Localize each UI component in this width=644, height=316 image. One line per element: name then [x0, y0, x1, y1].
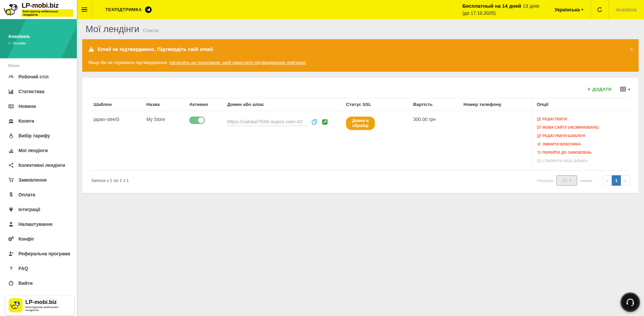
plus-icon: +: [587, 86, 591, 92]
sidebar-item-label: Замовлення: [18, 178, 47, 183]
edit-icon: [537, 134, 541, 138]
close-icon[interactable]: ×: [630, 46, 633, 52]
refresh-button[interactable]: [591, 0, 608, 19]
sidebar-item-statistics[interactable]: Статистика: [0, 84, 77, 99]
option-edit-template[interactable]: РЕДАГУВАТИ ШАБЛОН: [537, 134, 585, 138]
cell-active: [187, 111, 225, 171]
hand-pointer-icon: [8, 133, 14, 138]
cell-options: РЕДАГУВАТИ МОВА САЙТУ (НЕЗМІНЮВАНЕ) РЕДА…: [532, 111, 630, 171]
landings-stack-icon: [8, 148, 14, 153]
chevron-down-icon: ▾: [581, 8, 583, 11]
records-info: Записи з 1 по 1 з 1: [91, 178, 129, 183]
add-landing-button[interactable]: + ДОДАТИ: [587, 86, 611, 92]
cell-name: My Store: [144, 111, 187, 171]
cell-template: japan-steel3: [91, 111, 144, 171]
sidebar-item-news[interactable]: Новини: [0, 99, 77, 114]
columns-dropdown-button[interactable]: ▾: [620, 86, 630, 92]
cell-phone: [461, 111, 532, 171]
chevron-down-icon: ▾: [569, 179, 571, 182]
account-menu[interactable]: Anastasia: [609, 0, 644, 19]
top-bar: ТЕХПІДТРИМКА Бесплатный на 14 дней 13 дн…: [77, 0, 644, 19]
add-button-label: ДОДАТИ: [592, 87, 611, 92]
footer-logo-title: LP-mobi.biz: [26, 299, 71, 305]
sidebar-item-logout[interactable]: Вийти: [0, 276, 77, 291]
language-selector[interactable]: Українська ▾: [547, 0, 590, 19]
column-header-domain: Домен або аліас: [225, 98, 343, 111]
trial-plan-label: Бесплатный на 14 дней: [462, 3, 521, 9]
chevron-down-icon: ▾: [628, 87, 630, 91]
pager: « 1 »: [603, 175, 630, 186]
show-label: Показати: [537, 179, 553, 183]
sidebar-user-status: Онлайн: [8, 41, 26, 45]
trial-status: Бесплатный на 14 дней 13 днів (до 17.10.…: [462, 0, 547, 19]
option-edit[interactable]: РЕДАГУВАТИ: [537, 117, 567, 121]
cell-ssl: Домен в обробці: [343, 111, 410, 171]
option-create-web-domain[interactable]: СТВОРИТИ WEB-ДОМЕН: [537, 159, 588, 163]
transfer-icon: [537, 142, 541, 146]
cell-price: 300.00 грн: [410, 111, 461, 171]
clone-icon: [537, 159, 541, 163]
share-icon: [8, 163, 14, 168]
users-icon: [8, 118, 14, 124]
active-toggle[interactable]: [189, 117, 205, 124]
chat-widget-button[interactable]: [621, 293, 640, 312]
prev-page-button[interactable]: «: [603, 175, 612, 186]
cell-domain: [225, 111, 343, 171]
sidebar-item-tariff[interactable]: Вибір тарифу: [0, 128, 77, 143]
sidebar-menu: Робочий стіл Статистика Новини Колеги Ви…: [0, 69, 77, 316]
domain-input[interactable]: [227, 118, 307, 126]
option-site-language[interactable]: МОВА САЙТУ (НЕЗМІНЮВАНЕ): [537, 125, 599, 129]
sidebar-item-label: Робочий стіл: [18, 74, 49, 79]
sidebar-item-faq[interactable]: ? FAQ: [0, 261, 77, 276]
sidebar-item-dashboard[interactable]: Робочий стіл: [0, 69, 77, 84]
sidebar-logo[interactable]: LP-mobi.biz Конструктор мобильных лендин…: [0, 0, 77, 19]
column-header-active: Активно: [187, 98, 225, 111]
records-label: записи: [580, 179, 593, 183]
sidebar-item-integrations[interactable]: Інтеграції: [0, 202, 77, 217]
sidebar-item-payment[interactable]: $ Оплата: [0, 187, 77, 202]
sidebar-item-label: FAQ: [18, 266, 28, 271]
trial-until-date: (до 17.10.2025): [462, 10, 539, 16]
open-landing-button[interactable]: [322, 119, 328, 125]
sidebar-user-name: Anastasia: [8, 34, 30, 39]
sidebar-item-label: Оплата: [18, 192, 35, 197]
support-label: ТЕХПІДТРИМКА: [105, 7, 142, 12]
dashboard-icon: [8, 74, 14, 79]
page-subtitle: Список: [143, 28, 159, 33]
resend-confirmation-link[interactable]: Натисніть це посилання, щоб надіслати пі…: [169, 60, 306, 65]
column-header-options: Опції: [532, 98, 630, 111]
hamburger-menu-button[interactable]: [77, 0, 92, 19]
sidebar-item-config[interactable]: ⚙⚙ Конфіг: [0, 232, 77, 246]
landings-table: Шаблон Назва Активно Домен або аліас Ста…: [91, 98, 630, 171]
support-link[interactable]: ТЕХПІДТРИМКА: [92, 0, 159, 19]
sidebar-item-colleagues[interactable]: Колеги: [0, 114, 77, 128]
banner-text: Якщо Ви не отримали підтвердження.: [88, 60, 169, 65]
next-page-button[interactable]: »: [621, 175, 630, 186]
dog-mascot-icon: [9, 298, 22, 312]
online-status-dot: [8, 42, 11, 45]
sidebar-item-label: Вибір тарифу: [18, 133, 50, 138]
page-1-button[interactable]: 1: [612, 175, 621, 186]
sidebar-item-settings[interactable]: Налаштування: [0, 217, 77, 232]
edit-icon: [537, 117, 541, 121]
page-size-select[interactable]: 20 ▾: [556, 175, 577, 186]
copy-icon: [311, 119, 317, 125]
column-header-name: Назва: [144, 98, 187, 111]
sidebar-item-my-landings[interactable]: Мої лендінги: [0, 143, 77, 158]
sidebar-item-label: Новини: [18, 104, 36, 109]
cart-icon: [537, 150, 541, 154]
main-area: ТЕХПІДТРИМКА Бесплатный на 14 дней 13 дн…: [77, 0, 644, 316]
sidebar-item-referral[interactable]: Реферальна програма: [0, 246, 77, 261]
sidebar-item-label: Колеги: [18, 119, 34, 124]
toggle-knob: [198, 117, 204, 123]
sidebar-item-label: Мої лендінги: [18, 148, 48, 153]
sidebar-item-collective-landings[interactable]: Колективні лендінги: [0, 158, 77, 173]
sidebar-footer-logo[interactable]: LP-mobi.biz Конструктор мобільних лендін…: [5, 296, 74, 315]
option-go-to-orders[interactable]: ПЕРЕЙТИ ДО ЗАМОВЛЕНЬ: [537, 150, 592, 154]
sidebar-item-orders[interactable]: Замовлення: [0, 173, 77, 187]
table-grid-icon: [620, 86, 626, 92]
pagination-bar: Записи з 1 по 1 з 1 Показати 20 ▾ записи…: [91, 171, 630, 193]
question-icon: ?: [8, 266, 14, 271]
option-change-owner[interactable]: ЗМІНИТИ ВЛАСНИКА: [537, 142, 581, 146]
copy-domain-button[interactable]: [311, 119, 317, 125]
